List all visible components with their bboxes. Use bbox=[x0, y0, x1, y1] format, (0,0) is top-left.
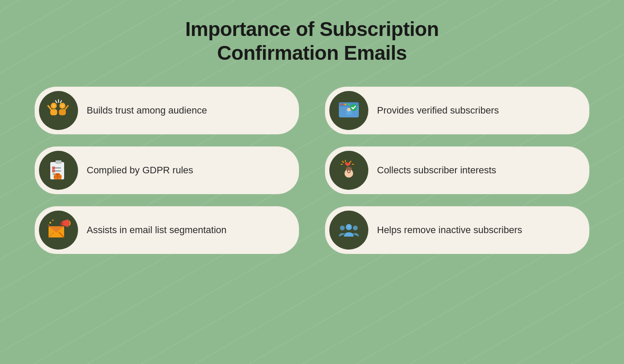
gdpr-icon-circle bbox=[39, 151, 78, 190]
interests-icon bbox=[336, 158, 361, 183]
svg-rect-21 bbox=[55, 160, 62, 164]
svg-point-54 bbox=[48, 225, 49, 226]
svg-point-15 bbox=[348, 104, 350, 106]
card-segmentation: Assists in email list segmentation bbox=[35, 206, 299, 254]
segmentation-icon-circle bbox=[39, 211, 78, 250]
segmentation-label: Assists in email list segmentation bbox=[87, 224, 227, 236]
svg-point-56 bbox=[340, 226, 345, 231]
svg-point-57 bbox=[353, 226, 358, 231]
svg-line-40 bbox=[350, 161, 351, 162]
verified-icon-circle bbox=[329, 91, 368, 130]
card-gdpr: Complied by GDPR rules bbox=[35, 146, 299, 194]
svg-point-13 bbox=[341, 104, 343, 106]
gdpr-label: Complied by GDPR rules bbox=[87, 165, 193, 176]
svg-line-29 bbox=[53, 171, 54, 172]
interests-icon-circle bbox=[329, 151, 368, 190]
inactive-icon bbox=[336, 218, 361, 243]
interests-label: Collects subscriber interests bbox=[377, 165, 496, 176]
inactive-label: Helps remove inactive subscribers bbox=[377, 224, 522, 236]
svg-line-8 bbox=[60, 101, 62, 103]
page-container: Importance of Subscription Confirmation … bbox=[0, 0, 624, 364]
svg-rect-18 bbox=[346, 112, 351, 115]
svg-line-7 bbox=[55, 101, 57, 103]
card-interests: Collects subscriber interests bbox=[325, 146, 589, 194]
svg-line-26 bbox=[53, 168, 54, 169]
svg-point-17 bbox=[347, 108, 351, 111]
trust-icon bbox=[46, 98, 71, 123]
svg-point-14 bbox=[344, 104, 347, 106]
segmentation-icon bbox=[46, 218, 71, 243]
svg-rect-50 bbox=[61, 222, 63, 225]
svg-point-53 bbox=[52, 220, 54, 221]
svg-point-43 bbox=[347, 170, 348, 172]
verified-label: Provides verified subscribers bbox=[377, 105, 499, 116]
trust-label: Builds trust among audience bbox=[87, 105, 207, 116]
gdpr-icon bbox=[46, 158, 71, 183]
cards-grid: Builds trust among audience bbox=[35, 87, 589, 254]
title-block: Importance of Subscription Confirmation … bbox=[185, 17, 439, 65]
card-trust: Builds trust among audience bbox=[35, 87, 299, 134]
svg-point-58 bbox=[348, 225, 350, 228]
card-verified: Provides verified subscribers bbox=[325, 87, 589, 134]
svg-line-39 bbox=[342, 161, 344, 162]
svg-point-9 bbox=[52, 104, 55, 107]
trust-icon-circle bbox=[39, 91, 78, 130]
verified-icon bbox=[336, 98, 361, 123]
svg-point-44 bbox=[350, 170, 351, 172]
page-title: Importance of Subscription Confirmation … bbox=[185, 17, 439, 65]
svg-point-37 bbox=[346, 167, 352, 170]
svg-point-10 bbox=[61, 104, 64, 107]
card-inactive: Helps remove inactive subscribers bbox=[325, 206, 589, 254]
inactive-icon-circle bbox=[329, 211, 368, 250]
svg-point-52 bbox=[49, 222, 51, 224]
